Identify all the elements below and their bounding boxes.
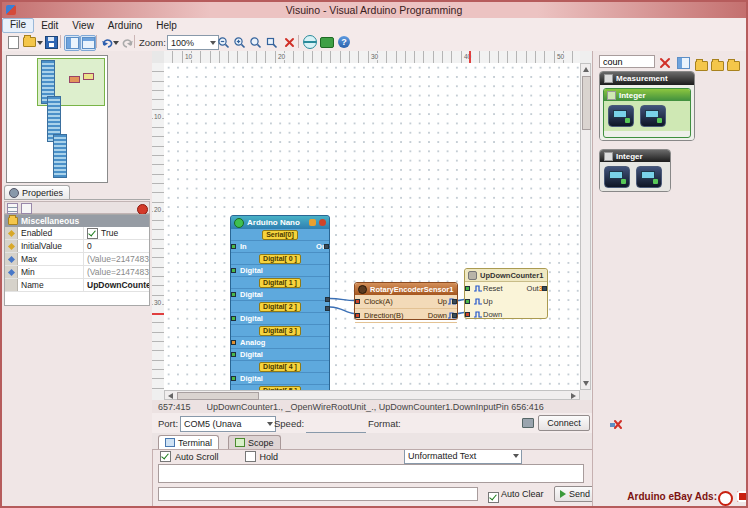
undo-icon[interactable] [100, 35, 114, 49]
tab-terminal[interactable]: Terminal [158, 435, 219, 449]
vscroll-thumb[interactable] [582, 76, 591, 130]
serial-in-pin[interactable] [231, 244, 236, 249]
up-out-pin[interactable] [452, 299, 457, 304]
property-row[interactable]: InitialValue 0 [5, 240, 149, 253]
tile-view-icon[interactable] [727, 57, 740, 75]
palette-group-integer[interactable]: Integer [599, 149, 671, 192]
clock-in-pin[interactable] [355, 299, 360, 304]
component-icon[interactable] [636, 166, 662, 188]
zoom-out-icon[interactable] [216, 35, 230, 49]
categorized-view-icon[interactable] [7, 203, 18, 214]
serial-out-pin[interactable] [324, 244, 329, 249]
expand-all-icon[interactable] [711, 57, 724, 75]
digital-in-pin[interactable] [231, 352, 236, 357]
send-input[interactable] [158, 487, 478, 501]
property-row[interactable]: Min (Value=2147483 [5, 266, 149, 279]
component-rotary-encoder[interactable]: RotaryEncoderSensor1 Clock(A) Up Directi… [354, 282, 458, 320]
property-row[interactable]: Max (Value=21474836 [5, 253, 149, 266]
palette-search-input[interactable] [599, 55, 655, 68]
down-in-pin[interactable] [465, 312, 470, 317]
ad-icon-2[interactable] [737, 491, 748, 502]
digital-in-pin[interactable] [231, 268, 236, 273]
property-row[interactable]: Name UpDownCounter1 [5, 279, 149, 292]
menu-edit[interactable]: Edit [34, 19, 65, 32]
vertical-scrollbar[interactable] [580, 63, 591, 390]
horizontal-scrollbar[interactable] [164, 390, 580, 400]
save-icon[interactable] [44, 35, 58, 49]
new-project-icon[interactable] [6, 35, 20, 49]
property-value[interactable]: (Value=21474836 [87, 254, 149, 264]
scroll-right-icon[interactable] [571, 393, 576, 399]
wrench-icon[interactable] [309, 219, 316, 226]
tools-icon[interactable] [609, 417, 622, 435]
ad-icon-1[interactable] [718, 491, 733, 506]
zoom-actual-icon[interactable] [248, 35, 262, 49]
hscroll-thumb[interactable] [177, 392, 259, 400]
toggle-bottom-panel-icon[interactable] [80, 35, 96, 51]
auto-scroll-checkbox[interactable] [160, 451, 171, 462]
board-icon[interactable] [320, 35, 334, 49]
digital-in-pin[interactable] [231, 316, 236, 321]
analog-in-pin[interactable] [231, 340, 236, 345]
menu-view[interactable]: View [65, 19, 101, 32]
scroll-up-icon[interactable] [583, 67, 589, 72]
redo-icon[interactable] [120, 35, 134, 49]
hold-checkbox[interactable] [245, 451, 256, 462]
scroll-down-icon[interactable] [583, 381, 589, 386]
menu-help[interactable]: Help [149, 19, 184, 32]
property-value[interactable]: (Value=2147483 [87, 267, 149, 277]
digital-in-pin[interactable] [231, 376, 236, 381]
direction-in-pin[interactable] [355, 313, 360, 318]
connect-button[interactable]: Connect [538, 415, 590, 431]
digital-channel-chip[interactable]: Digital[ 4 ] [259, 362, 301, 372]
digital-out-pin[interactable] [325, 297, 330, 302]
terminal-output[interactable] [158, 464, 584, 483]
property-checkbox[interactable] [87, 228, 98, 239]
open-dropdown-icon[interactable] [37, 41, 43, 45]
up-in-pin[interactable] [465, 299, 470, 304]
palette-group-measurement[interactable]: Measurement Integer [599, 71, 695, 141]
alphabetical-view-icon[interactable] [21, 203, 32, 214]
zoom-fit-icon[interactable] [264, 35, 278, 49]
component-icon[interactable] [640, 105, 666, 127]
collapse-all-icon[interactable] [695, 57, 708, 75]
zoom-in-icon[interactable] [232, 35, 246, 49]
help-icon[interactable]: ? [337, 35, 351, 49]
delete-icon[interactable] [282, 35, 296, 49]
digital-channel-chip[interactable]: Digital[ 2 ] [259, 302, 301, 312]
palette-subgroup-integer[interactable]: Integer [603, 88, 691, 138]
send-button[interactable]: Send [554, 486, 596, 502]
digital-in-pin[interactable] [231, 292, 236, 297]
tab-scope[interactable]: Scope [228, 435, 281, 449]
property-category-row[interactable]: Miscellaneous [5, 215, 149, 227]
scroll-left-icon[interactable] [168, 393, 173, 399]
digital-channel-chip[interactable]: Digital[ 3 ] [259, 326, 301, 336]
open-project-icon[interactable] [22, 35, 36, 49]
port-select[interactable]: COM5 (Unava [180, 416, 276, 432]
property-row[interactable]: Enabled True [5, 227, 149, 240]
title-bar[interactable]: Visuino - Visual Arduino Programming [2, 2, 746, 18]
property-value[interactable]: UpDownCounter1 [87, 280, 149, 290]
counter-out-pin[interactable] [542, 286, 547, 291]
serial-channel-chip[interactable]: Serial[0] [262, 230, 298, 240]
web-icon[interactable] [303, 35, 317, 49]
minimap[interactable] [6, 55, 108, 183]
component-arduino-nano[interactable]: Arduino Nano Serial[0] In Out Digital[ 0… [230, 215, 330, 390]
zoom-select[interactable]: 100% [167, 35, 219, 50]
property-value[interactable]: True [101, 228, 118, 238]
reset-in-pin[interactable] [465, 286, 470, 291]
property-value[interactable]: 0 [87, 241, 92, 251]
menu-file[interactable]: File [2, 18, 34, 33]
undo-dropdown-icon[interactable] [113, 41, 119, 45]
toggle-left-panel-icon[interactable] [64, 35, 80, 51]
digital-channel-chip[interactable]: Digital[ 1 ] [259, 278, 301, 288]
menu-arduino[interactable]: Arduino [101, 19, 149, 32]
digital-channel-chip[interactable]: Digital[ 0 ] [259, 254, 301, 264]
component-updown-counter[interactable]: UpDownCounter1 Reset Out 32 Up [464, 268, 548, 319]
design-canvas[interactable]: Arduino Nano Serial[0] In Out Digital[ 0… [164, 63, 580, 390]
auto-clear-checkbox[interactable] [488, 492, 499, 503]
board-settings-icon[interactable] [319, 219, 326, 226]
component-icon[interactable] [608, 105, 634, 127]
down-out-pin[interactable] [452, 313, 457, 318]
digital-out-pin[interactable] [325, 306, 330, 311]
